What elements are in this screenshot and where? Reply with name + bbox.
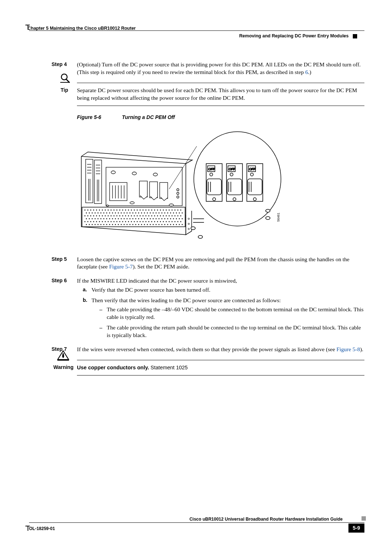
svg-point-137 bbox=[176, 218, 177, 219]
page-footer: Cisco uBR10012 Universal Broadband Route… bbox=[29, 522, 364, 538]
svg-point-76 bbox=[96, 215, 97, 216]
svg-rect-266 bbox=[248, 179, 262, 195]
svg-point-157 bbox=[134, 221, 135, 222]
svg-point-84 bbox=[119, 215, 121, 216]
svg-point-111 bbox=[101, 218, 102, 219]
svg-line-1 bbox=[66, 79, 69, 82]
step-7: Step 7 If the wires were reversed when c… bbox=[77, 346, 364, 353]
svg-point-40 bbox=[92, 212, 93, 213]
step-6: Step 6 If the MISWIRE LED indicated that… bbox=[77, 277, 364, 339]
svg-point-68 bbox=[173, 212, 174, 213]
dash-text: The cable providing the –48/–60 VDC shou… bbox=[107, 306, 364, 320]
svg-point-21 bbox=[134, 209, 135, 210]
svg-point-194 bbox=[144, 224, 145, 225]
svg-point-26 bbox=[148, 209, 150, 210]
svg-point-88 bbox=[131, 215, 132, 216]
svg-rect-238 bbox=[139, 181, 147, 197]
svg-point-129 bbox=[153, 218, 154, 219]
svg-point-233 bbox=[132, 172, 136, 175]
svg-point-206 bbox=[179, 224, 180, 225]
svg-point-35 bbox=[175, 209, 176, 210]
svg-point-131 bbox=[159, 218, 160, 219]
svg-point-185 bbox=[118, 224, 119, 225]
xref-link[interactable]: Figure 5-8 bbox=[336, 346, 360, 352]
svg-point-150 bbox=[114, 221, 115, 222]
step-text: Loosen the captive screws on the DC PEM … bbox=[77, 256, 350, 270]
svg-point-116 bbox=[115, 218, 116, 219]
svg-point-8 bbox=[96, 209, 97, 210]
svg-point-146 bbox=[102, 221, 103, 222]
tip-icon bbox=[60, 74, 70, 85]
svg-point-154 bbox=[125, 221, 126, 222]
svg-rect-239 bbox=[150, 182, 158, 198]
svg-point-87 bbox=[128, 215, 129, 216]
svg-point-25 bbox=[146, 209, 147, 210]
svg-point-161 bbox=[146, 221, 147, 222]
svg-point-64 bbox=[162, 212, 163, 213]
figure-art-number: 56461 bbox=[277, 213, 280, 222]
svg-point-92 bbox=[143, 215, 144, 216]
svg-point-42 bbox=[98, 212, 99, 213]
svg-rect-211 bbox=[86, 159, 93, 203]
svg-point-190 bbox=[132, 224, 134, 225]
svg-point-168 bbox=[166, 221, 167, 222]
step-text: If the MISWIRE LED indicated that the DC… bbox=[77, 278, 237, 284]
svg-point-36 bbox=[177, 209, 179, 210]
svg-point-132 bbox=[162, 218, 163, 219]
step-label: Step 6 bbox=[52, 277, 67, 284]
svg-point-187 bbox=[124, 224, 125, 225]
footer-doc-number: OL-18259-01 bbox=[29, 526, 55, 532]
svg-point-83 bbox=[117, 215, 118, 216]
svg-point-4 bbox=[85, 209, 86, 210]
svg-point-134 bbox=[167, 218, 168, 219]
svg-point-58 bbox=[144, 212, 145, 213]
svg-point-235 bbox=[130, 202, 134, 204]
svg-point-166 bbox=[160, 221, 161, 222]
dash-item: The cable providing the return path shou… bbox=[99, 324, 364, 339]
svg-point-11 bbox=[105, 209, 106, 210]
svg-point-120 bbox=[127, 218, 128, 219]
svg-point-144 bbox=[96, 221, 97, 222]
svg-point-95 bbox=[151, 215, 152, 216]
svg-point-47 bbox=[112, 212, 113, 213]
svg-rect-240 bbox=[160, 182, 168, 198]
svg-point-249 bbox=[210, 173, 213, 176]
svg-point-7 bbox=[93, 209, 94, 210]
svg-point-174 bbox=[86, 224, 87, 225]
svg-point-55 bbox=[135, 212, 136, 213]
svg-rect-250 bbox=[207, 179, 221, 195]
svg-point-12 bbox=[108, 209, 109, 210]
svg-point-38 bbox=[86, 212, 87, 213]
svg-point-98 bbox=[160, 215, 161, 216]
figure-caption: Figure 5-6 Turning a DC PEM Off bbox=[77, 114, 364, 121]
warning-text: Use copper conductors only. Statement 10… bbox=[77, 365, 188, 370]
svg-point-155 bbox=[128, 221, 129, 222]
svg-point-44 bbox=[103, 212, 105, 213]
xref-link[interactable]: 6 bbox=[305, 69, 308, 75]
svg-point-205 bbox=[176, 224, 177, 225]
svg-point-10 bbox=[102, 209, 103, 210]
svg-point-97 bbox=[157, 215, 158, 216]
svg-text:OFF: OFF bbox=[229, 167, 235, 171]
svg-point-160 bbox=[143, 221, 144, 222]
svg-point-18 bbox=[125, 209, 126, 210]
svg-rect-212 bbox=[94, 160, 102, 204]
xref-link[interactable]: Figure 5-7 bbox=[109, 263, 133, 270]
svg-point-164 bbox=[154, 221, 155, 222]
svg-point-237 bbox=[106, 205, 109, 206]
svg-point-15 bbox=[117, 209, 118, 210]
svg-point-105 bbox=[180, 215, 181, 216]
svg-point-171 bbox=[175, 221, 176, 222]
step-text-part: ). Set the DC PEM aside. bbox=[133, 263, 189, 270]
svg-point-139 bbox=[182, 218, 183, 219]
svg-point-72 bbox=[85, 215, 86, 216]
step-text-part: (Optional) Turn off the DC power source … bbox=[77, 61, 361, 75]
svg-point-27 bbox=[151, 209, 152, 210]
svg-point-271 bbox=[266, 217, 270, 219]
svg-point-96 bbox=[154, 215, 155, 216]
step-4: Step 4 (Optional) Turn off the DC power … bbox=[77, 61, 364, 76]
svg-point-192 bbox=[138, 224, 139, 225]
step-text: (Optional) Turn off the DC power source … bbox=[77, 61, 361, 75]
svg-point-61 bbox=[153, 212, 154, 213]
svg-point-101 bbox=[169, 215, 170, 216]
